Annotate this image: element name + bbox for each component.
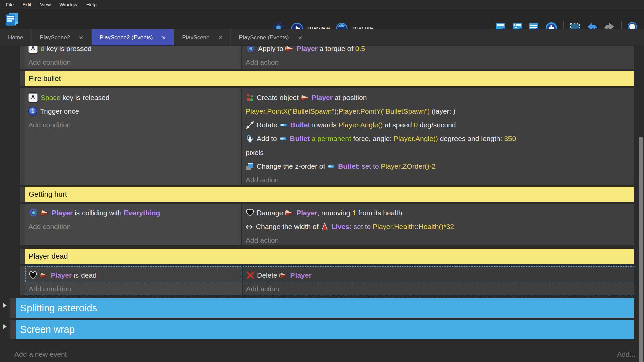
tab-home[interactable]: Home: [0, 29, 32, 45]
condition-item[interactable]: d key is pressed: [25, 46, 241, 55]
group-splitting-asteroids[interactable]: Splitting asteroids: [16, 298, 634, 318]
add-action-button[interactable]: Add action: [242, 233, 634, 245]
action-text: :: [358, 162, 362, 170]
menu-bar: File Edit View Window Help: [0, 0, 644, 9]
add-action-button[interactable]: Add action: [242, 173, 634, 185]
menu-file[interactable]: File: [1, 0, 18, 9]
action-text: Change the z-order of: [257, 162, 327, 170]
group-header-player-dead[interactable]: Player dead: [25, 249, 634, 264]
action-item[interactable]: Damage Player, removing 1 from its healt…: [242, 206, 634, 220]
menu-help[interactable]: Help: [82, 0, 101, 9]
gdevelop-app: File Edit View Window Help PREVIEW PUBLI…: [0, 0, 644, 362]
object-name: Player: [51, 271, 72, 279]
action-item-continuation[interactable]: pixels: [242, 145, 634, 159]
tab-playscene[interactable]: PlayScene ×: [174, 29, 231, 45]
action-item[interactable]: Change the width of Lives: set to Player…: [242, 220, 634, 233]
group-header-getting-hurt[interactable]: Getting hurt: [25, 187, 634, 202]
width-icon: [246, 222, 253, 231]
action-text: from its health: [356, 209, 402, 217]
group-screen-wrap[interactable]: Screen wrap: [16, 320, 634, 339]
close-icon[interactable]: ×: [298, 34, 302, 41]
physics-engine-icon: [246, 46, 256, 54]
action-text: a torque of: [318, 46, 355, 53]
collapsed-arrow-icon[interactable]: [3, 303, 7, 308]
action-text: Add to: [257, 135, 279, 143]
menu-window[interactable]: Window: [55, 0, 82, 9]
condition-text: is colliding with: [73, 209, 124, 217]
action-text: :: [350, 223, 354, 231]
player-ship-icon: [285, 208, 294, 217]
value: 0: [414, 121, 418, 129]
scrollbar-thumb[interactable]: [639, 137, 643, 362]
add-condition-button[interactable]: Add condition: [25, 118, 241, 132]
expression: Player.Angle(): [338, 121, 383, 129]
tab-playscene2-events[interactable]: PlayScene2 (Events) ×: [92, 29, 174, 45]
group-gutter: [10, 298, 16, 318]
add-new-event-button[interactable]: Add a new event: [14, 347, 67, 361]
condition-text: is dead: [72, 271, 97, 279]
add-condition-button[interactable]: Add condition: [25, 282, 241, 295]
add-condition-button[interactable]: Add condition: [25, 220, 241, 233]
expression: Player.ZOrder()-2: [381, 162, 435, 170]
condition-item[interactable]: Space key is released: [25, 90, 241, 104]
condition-item[interactable]: Player is colliding with Everything: [25, 206, 241, 220]
conditions-cell: Player is colliding with Everything Add …: [25, 204, 241, 245]
lives-icon: [320, 222, 329, 231]
action-text: degrees and length:: [438, 135, 504, 143]
operator: set to: [354, 223, 373, 231]
player-ship-icon: [301, 93, 309, 102]
condition-text: Trigger once: [40, 107, 79, 115]
conditions-cell: d key is pressed Add condition: [25, 46, 241, 69]
expression: Player.Angle(): [394, 135, 438, 143]
action-text: Rotate: [257, 121, 279, 129]
condition-text: key is released: [61, 94, 110, 102]
action-text: , removing: [317, 209, 352, 217]
tab-label: PlayScene (Events): [239, 34, 289, 41]
action-item[interactable]: Add to Bullet a permanent force, angle: …: [242, 132, 634, 145]
add-more-button[interactable]: Add...: [617, 347, 635, 361]
object-name: Player: [297, 46, 318, 53]
event-row: Space key is released Trigger once Add c…: [25, 88, 634, 185]
condition-item[interactable]: Trigger once: [25, 104, 241, 118]
action-item-continuation[interactable]: Player.PointX("BulletSpawn");Player.Poin…: [242, 104, 634, 118]
tab-label: PlayScene2 (Events): [100, 34, 153, 41]
key-name: d: [41, 46, 45, 53]
event-row: d key is pressed Add condition Apply to …: [25, 46, 634, 69]
action-item[interactable]: Change the z-order of Bullet: set to Pla…: [242, 159, 634, 173]
trigger-once-icon: [28, 107, 37, 116]
object-name: Player: [296, 209, 317, 217]
event-row-selected: Player is dead Add condition Delete Play…: [25, 266, 634, 295]
value: 0.5: [355, 46, 365, 53]
group-gutter: [10, 320, 16, 339]
project-manager-icon[interactable]: [4, 12, 20, 27]
menu-edit[interactable]: Edit: [18, 0, 36, 9]
add-action-button[interactable]: Add action: [243, 282, 634, 295]
action-item[interactable]: Rotate Bullet towards Player.Angle() at …: [242, 118, 634, 132]
add-action-button[interactable]: Add action: [242, 55, 634, 69]
menu-view[interactable]: View: [36, 0, 55, 9]
operator: set to: [362, 162, 381, 170]
close-icon[interactable]: ×: [162, 34, 166, 41]
z-order-icon: [246, 162, 254, 171]
event-gutter: [20, 88, 25, 185]
player-ship-icon: [41, 208, 49, 217]
close-icon[interactable]: ×: [79, 34, 83, 41]
condition-item[interactable]: Player is dead: [25, 268, 241, 282]
value: 1: [352, 209, 356, 217]
close-icon[interactable]: ×: [219, 34, 223, 41]
action-item[interactable]: Delete Player: [243, 268, 634, 282]
object-name: Everything: [124, 209, 160, 217]
tab-playscene-events[interactable]: PlayScene (Events) ×: [231, 29, 310, 45]
keyboard-key-icon: [28, 46, 38, 53]
add-condition-button[interactable]: Add condition: [25, 55, 241, 69]
collapsed-arrow-icon[interactable]: [3, 324, 7, 329]
tab-playscene2[interactable]: PlayScene2 ×: [32, 29, 91, 45]
action-item[interactable]: Apply to Player a torque of 0.5: [242, 46, 634, 55]
player-ship-icon: [285, 46, 294, 53]
physics-engine-icon: [28, 208, 38, 218]
event-gutter: [20, 46, 25, 69]
conditions-cell: Space key is released Trigger once Add c…: [25, 88, 241, 185]
tab-bar: Home PlayScene2 × PlayScene2 (Events) × …: [0, 29, 644, 45]
action-item[interactable]: Create object Player at position: [242, 90, 634, 104]
group-header-fire-bullet[interactable]: Fire bullet: [25, 71, 634, 86]
